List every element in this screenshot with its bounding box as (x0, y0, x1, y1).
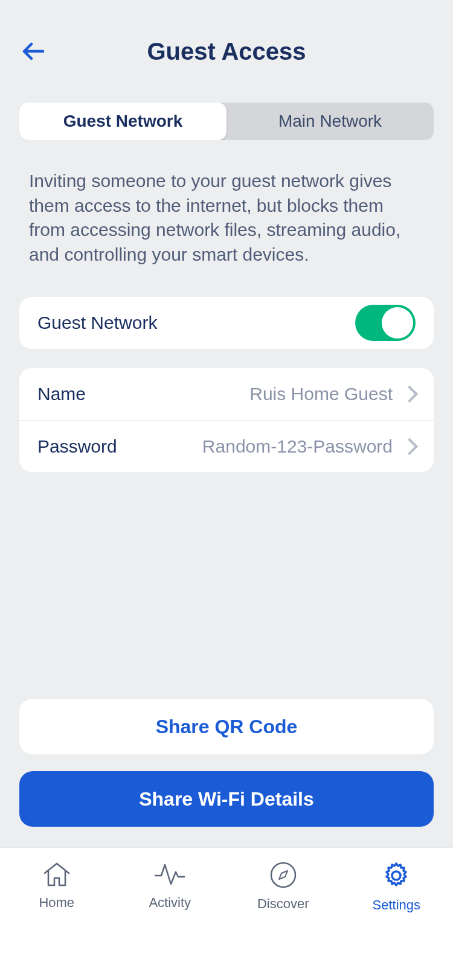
share-wifi-details-button[interactable]: Share Wi-Fi Details (19, 771, 434, 827)
chevron-right-icon (401, 386, 418, 402)
svg-point-0 (271, 863, 295, 887)
guest-network-toggle-label: Guest Network (37, 313, 157, 333)
guest-network-toggle[interactable] (355, 305, 416, 341)
settings-icon (382, 861, 411, 890)
name-label: Name (37, 384, 86, 404)
segmented-control: Guest Network Main Network (19, 103, 434, 140)
network-name-row[interactable]: Name Ruis Home Guest (19, 368, 434, 420)
tab-main-network[interactable]: Main Network (226, 103, 434, 140)
guest-toggle-card: Guest Network (19, 297, 434, 349)
chevron-right-icon (401, 438, 418, 454)
tab-home-label: Home (39, 895, 74, 911)
svg-point-1 (392, 871, 400, 880)
share-qr-code-button[interactable]: Share QR Code (19, 699, 434, 754)
activity-icon (154, 861, 185, 888)
tab-settings[interactable]: Settings (340, 848, 454, 980)
tab-discover[interactable]: Discover (226, 848, 340, 980)
discover-icon (269, 861, 297, 889)
header: Guest Access (19, 0, 434, 103)
name-value: Ruis Home Guest (86, 384, 393, 404)
tab-discover-label: Discover (257, 896, 309, 912)
home-icon (42, 861, 71, 888)
back-arrow-icon (21, 42, 44, 60)
guest-network-description: Inviting someone to your guest network g… (19, 169, 434, 267)
network-details-card: Name Ruis Home Guest Password Random-123… (19, 368, 434, 472)
tab-guest-network[interactable]: Guest Network (19, 103, 226, 140)
tab-activity-label: Activity (149, 895, 191, 911)
network-password-row[interactable]: Password Random-123-Password (19, 420, 434, 472)
password-value: Random-123-Password (117, 436, 393, 457)
guest-network-toggle-row: Guest Network (19, 297, 434, 349)
page-title: Guest Access (147, 38, 306, 65)
back-button[interactable] (19, 38, 46, 65)
tab-settings-label: Settings (373, 897, 421, 913)
tab-activity[interactable]: Activity (114, 848, 227, 980)
bottom-tab-bar: Home Activity Discover Settings (0, 847, 453, 980)
tab-home[interactable]: Home (0, 848, 114, 980)
password-label: Password (37, 436, 117, 457)
toggle-knob (382, 307, 413, 339)
